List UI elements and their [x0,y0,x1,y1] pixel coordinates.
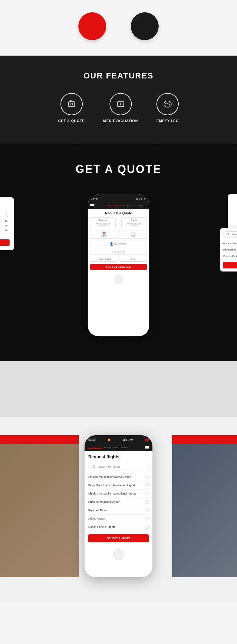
red-swatch [78,12,106,40]
cal-day[interactable]: 26 [3,228,10,232]
cal-day[interactable]: 12 [3,219,10,223]
svg-rect-4 [90,204,94,205]
rf-status-bar: Carrier 📶 11:34 PM [85,435,152,444]
rf-title: Request flights [88,454,149,459]
empty-icon-circle [156,93,179,115]
cal-day[interactable]: 18 [0,224,2,228]
airport-search-panel: Amman-Marka International Airport Beirut… [220,228,237,271]
cal-month: JAN 2019 [0,207,10,210]
airport-item-2[interactable]: Beirut Rafic Hariri International Airpor… [223,246,237,253]
cal-day [3,233,10,237]
time-box[interactable]: 🕐 TIME [119,230,147,239]
rf-search-input[interactable] [98,465,145,468]
passenger-box[interactable]: 👤 PASSENGER [90,241,147,247]
rf-nav-empty[interactable]: EMPTY LEG [120,447,129,449]
cal-day[interactable]: 11 [0,219,2,223]
phone-status-bar: Carrier 11:34 PM [88,194,149,203]
quote-title: GET A QUOTE [12,163,225,176]
select-date-btn[interactable]: SELECT A DATE [0,239,10,246]
request-title: Request a Quote [90,211,147,215]
rf-nav-quote[interactable]: REQUEST A QUOTE [88,447,102,449]
rf-radio-3[interactable] [145,492,149,495]
quote-phone: Carrier 11:34 PM REQUEST A QUOTE MED EVA… [88,194,149,336]
svg-line-13 [95,467,96,469]
black-swatch [131,12,159,40]
airport-select-btn[interactable]: SELECT AIRPORT [223,262,237,268]
departure-box[interactable]: Departure ✈ TAP TO SELECTAIRPORT [90,217,116,228]
phone-nav-bar: REQUEST A QUOTE MED EVACUATION EMPTY LEG [88,203,149,209]
add-return-label: + ADD RETURN [97,258,111,260]
rf-airport-item-3[interactable]: Charles De Gaulle International Airport [88,490,149,498]
red-bar-left [0,435,79,444]
feature-item-med[interactable]: MED EVACUATION [103,93,138,123]
quote-icon-circle [60,93,83,115]
rf-select-airport-btn[interactable]: SELECT AirPORT [88,534,149,542]
clear-btn[interactable]: × CLE... [119,257,147,262]
carrier-label: Carrier [91,197,98,200]
airport-item-1[interactable]: Amman-Marka International Airport [223,240,237,246]
rf-airport-item-5[interactable]: Riyad Air Base [88,506,149,515]
features-title: OUR FEATURES [12,71,225,81]
cal-day[interactable]: 04 [0,214,2,218]
airport-search-input[interactable] [231,233,237,236]
rf-radio-6[interactable] [145,517,149,520]
svg-rect-10 [145,447,149,448]
cal-title: SELECT DATE [0,202,10,205]
rf-radio-2[interactable] [145,483,149,487]
rf-radio-4[interactable] [145,500,149,504]
svg-point-7 [227,233,229,235]
svg-rect-6 [90,207,94,207]
cal-day [0,233,2,237]
side-image-left [0,435,79,577]
quote-label: GET A QUOTE [58,119,85,123]
time-label: TIME [131,235,136,237]
aircraft-box[interactable]: ✈ AIRCRAFT [90,249,147,255]
gray-separator [0,361,237,417]
rf-radio-1[interactable] [145,475,149,479]
rf-nav-med[interactable]: MED EVACUATION [104,447,118,449]
flight-arrow-icon: → [117,221,120,225]
rf-radio-7[interactable] [145,525,149,529]
rf-home-btn[interactable] [113,549,124,560]
request-flights-section: Carrier 📶 11:34 PM REQUEST A QUOTE MED E… [0,417,237,602]
svg-rect-9 [145,446,149,447]
feature-item-quote[interactable]: GET A QUOTE [58,93,85,123]
rf-nav-bar: REQUEST A QUOTE MED EVACUATION EMPTY LEG [85,444,152,451]
rf-airport-item-1[interactable]: Amman-Marka International Airport [88,473,149,481]
date-box[interactable]: 📅 DATE [90,230,118,239]
rf-time: 11:34 PM [123,439,133,441]
nav-med[interactable]: MED EVACUATION [123,205,136,207]
calendar-panel: SELECT DATE JAN 2019 S M T W T F S 30 31… [0,197,14,250]
cal-day[interactable]: 19 [3,224,10,228]
phone-home-btn[interactable] [114,275,123,284]
svg-rect-11 [145,448,149,449]
nav-empty[interactable]: EMPTY LEG [138,205,147,207]
quote-section: GET A QUOTE Carrier 11:34 PM REQUEST A Q… [0,144,237,361]
passenger-label: PASSENGER [114,243,127,245]
red-bar-right [172,435,237,444]
svg-line-8 [229,235,230,236]
time-picker-panel: CANCEL DONE 06 07 08 09 10 : 00 15 [228,194,237,230]
svg-point-1 [71,103,73,105]
rf-airport-item-4[interactable]: Dubai International Airport [88,498,149,506]
features-icons-row: GET A QUOTE MED EVACUATION [12,93,225,123]
airport-item-3[interactable]: Charles De Gaulle International Airport [223,253,237,259]
med-label: MED EVACUATION [103,119,138,123]
empty-label: EMPTY LEG [156,119,179,123]
color-swatches-section [0,0,237,56]
cal-h-f: F [0,212,2,214]
rf-radio-5[interactable] [145,508,149,512]
svg-rect-0 [69,102,75,107]
nav-quote[interactable]: REQUEST A QUOTE [106,205,121,207]
rf-airport-item-6[interactable]: Adana Airport [88,515,149,523]
rf-airport-item-2[interactable]: Beirut Rafic Hariri International Airpor… [88,481,149,490]
confirm-btn[interactable]: Send Confirmation code [90,264,147,270]
rf-airport-item-7[interactable]: Lisbon Portela Airport [88,523,149,531]
cal-day[interactable]: 05 [3,214,10,218]
aircraft-label: AIRCRAFT [114,251,125,253]
add-return-btn[interactable]: + ADD RETURN [90,257,118,262]
time-label: 11:34 PM [136,197,146,200]
feature-item-empty[interactable]: EMPTY LEG [156,93,179,123]
arrival-box[interactable]: Arrival ✈ TAP TO SELECTAIRPORT [121,217,147,228]
cal-day[interactable]: 25 [0,228,2,232]
